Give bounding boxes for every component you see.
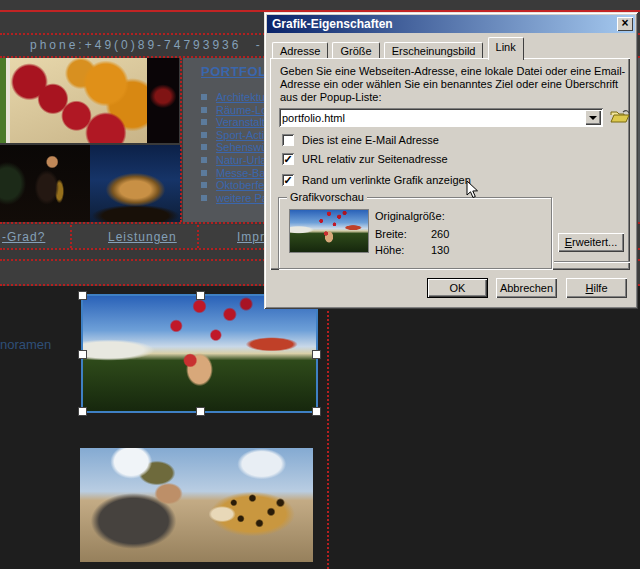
opera-house-photo[interactable]	[90, 145, 181, 222]
bullet-square-icon	[201, 107, 207, 113]
selection-handle[interactable]	[312, 407, 321, 416]
bullet-square-icon	[201, 170, 207, 176]
tab-link[interactable]: Link	[488, 37, 524, 60]
grafik-eigenschaften-dialog: Grafik-Eigenschaften × Adresse Größe Ers…	[264, 12, 638, 309]
open-folder-icon	[609, 108, 631, 126]
groupbox-title: Grafikvorschau	[287, 191, 367, 203]
erweitert-button[interactable]: Erweitert...	[558, 233, 624, 252]
selection-handle[interactable]	[312, 350, 321, 359]
abbrechen-button[interactable]: Abbrechen	[496, 278, 557, 298]
bullet-square-icon	[201, 182, 207, 188]
email-address-checkbox[interactable]	[282, 134, 294, 146]
mouse-cursor-icon	[466, 180, 479, 204]
width-label: Breite:	[375, 228, 407, 240]
dialog-titlebar[interactable]: Grafik-Eigenschaften	[267, 15, 635, 33]
bullet-square-icon	[201, 195, 207, 201]
saxophone-player-photo[interactable]	[0, 145, 90, 222]
selection-handle[interactable]	[78, 350, 87, 359]
height-label: Höhe:	[375, 244, 404, 256]
height-value: 130	[431, 244, 449, 256]
phone-number: phone:+49(0)89-74793936	[30, 38, 241, 52]
selected-panorama-image[interactable]	[81, 294, 318, 413]
chevron-down-icon[interactable]	[585, 110, 601, 125]
selection-handle[interactable]	[196, 291, 205, 300]
selection-handle[interactable]	[78, 407, 87, 416]
red-dotted-divider	[197, 225, 199, 248]
tab-strip: Adresse Größe Erscheinungsbild Link	[272, 37, 525, 58]
width-value: 260	[431, 228, 449, 240]
checkbox-label[interactable]: URL relativ zur Seitenadresse	[302, 153, 448, 165]
link-tab-panel: Geben Sie eine Webseiten-Adresse, eine l…	[270, 58, 630, 270]
grafikvorschau-groupbox: Grafikvorschau Originalgröße: Breite: 26…	[278, 197, 552, 269]
preview-thumbnail	[289, 209, 369, 253]
panoramen-text-fragment[interactable]: noramen	[0, 337, 51, 352]
night-neon-photo[interactable]	[147, 58, 179, 143]
separator-dash: -	[256, 38, 263, 52]
url-input[interactable]	[282, 111, 578, 124]
close-icon[interactable]: ×	[617, 17, 633, 31]
dialog-title: Grafik-Eigenschaften	[272, 17, 393, 31]
editor-canvas: phone:+49(0)89-74793936 - Email... PORTF…	[0, 0, 640, 569]
bullet-square-icon	[201, 94, 207, 100]
bullet-square-icon	[201, 144, 207, 150]
url-combobox	[279, 108, 603, 127]
red-dotted-divider	[180, 58, 182, 222]
selection-handle[interactable]	[78, 291, 87, 300]
show-border-checkbox[interactable]: ✓	[282, 174, 294, 186]
red-dotted-divider	[70, 225, 72, 248]
ok-button[interactable]: OK	[427, 278, 488, 298]
etched-separator	[554, 261, 630, 263]
selection-handle[interactable]	[196, 407, 205, 416]
footer-link-leistungen[interactable]: Leistungen	[108, 230, 177, 244]
instruction-text: Geben Sie eine Webseiten-Adresse, eine l…	[280, 65, 628, 103]
hilfe-button[interactable]: Hilfe	[566, 278, 627, 298]
checkbox-label[interactable]: Rand um verlinkte Grafik anzeigen	[302, 174, 471, 186]
checkbox-label[interactable]: Dies ist eine E-Mail Adresse	[302, 134, 439, 146]
relative-url-checkbox[interactable]: ✓	[282, 153, 294, 165]
footer-link-grad[interactable]: -Grad?	[2, 230, 45, 244]
bullet-square-icon	[201, 157, 207, 163]
bullet-square-icon	[201, 132, 207, 138]
man-with-cheetah-photo[interactable]	[80, 448, 313, 562]
red-dotted-divider	[327, 286, 329, 569]
juggler-panorama-photo[interactable]	[83, 296, 316, 411]
cocktails-photo[interactable]	[0, 58, 147, 143]
browse-folder-button[interactable]	[609, 108, 631, 126]
original-size-label: Originalgröße:	[375, 210, 445, 222]
bullet-square-icon	[201, 119, 207, 125]
